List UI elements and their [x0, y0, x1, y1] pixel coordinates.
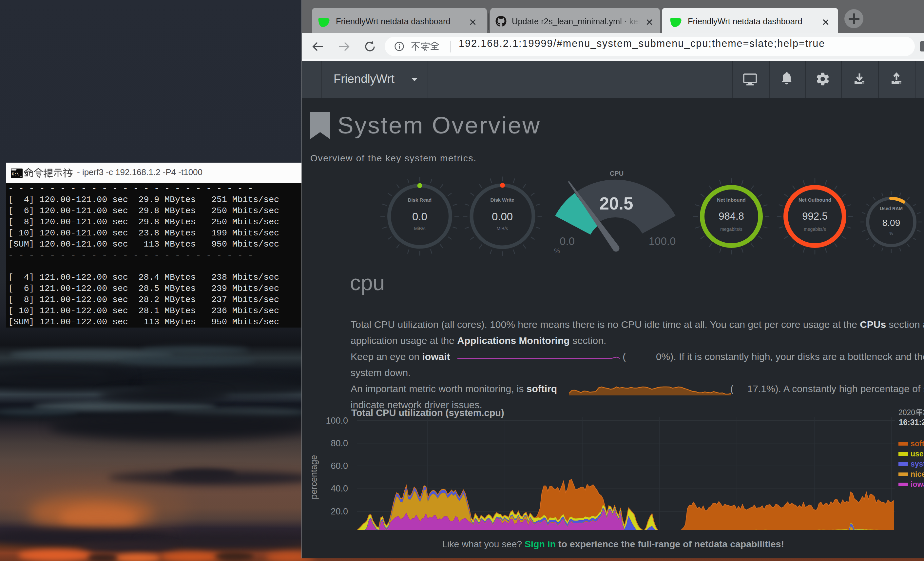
svg-text:C:\: C:\ [12, 172, 19, 177]
